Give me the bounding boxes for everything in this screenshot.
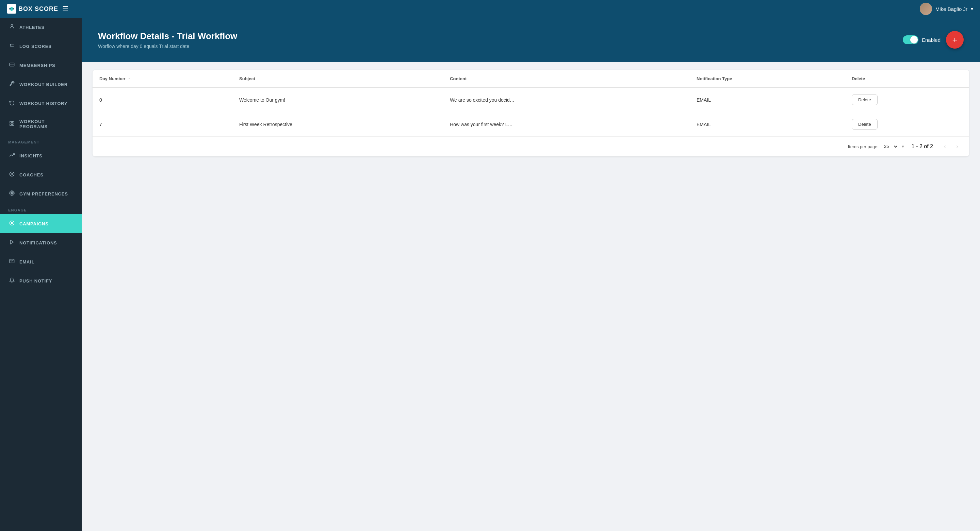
enabled-toggle[interactable]	[903, 35, 918, 44]
toggle-group: Enabled	[903, 35, 940, 44]
push-notify-icon	[9, 277, 14, 284]
page-info: 1 - 2 of 2	[912, 143, 933, 150]
sidebar-item-push-notify-label: PUSH NOTIFY	[19, 278, 52, 284]
sidebar-item-athletes[interactable]: ATHLETES	[0, 18, 82, 37]
col-subject-label: Subject	[239, 76, 255, 81]
workflow-table: Day Number ↑ Subject Content Notificatio…	[92, 70, 969, 136]
gym-preferences-icon	[9, 190, 14, 197]
svg-point-12	[11, 173, 13, 175]
toggle-label: Enabled	[922, 37, 940, 43]
sidebar-item-log-scores[interactable]: LOG SCORES	[0, 37, 82, 56]
svg-line-15	[13, 172, 14, 173]
row1-subject: Welcome to Our gym!	[232, 88, 443, 112]
svg-rect-10	[12, 124, 14, 125]
sidebar-item-memberships[interactable]: MEMBERSHIPS	[0, 56, 82, 75]
row2-delete-button[interactable]: Delete	[852, 119, 878, 130]
logo-text2: SCORE	[35, 5, 58, 13]
svg-line-14	[13, 175, 14, 176]
row2-delete-cell: Delete	[845, 112, 969, 137]
toggle-knob	[910, 36, 918, 43]
page-subtitle: Worflow where day 0 equals Trial start d…	[98, 43, 237, 49]
sidebar-item-coaches-label: COACHES	[19, 172, 43, 178]
svg-line-16	[10, 175, 11, 176]
logo-icon	[7, 4, 16, 14]
col-day-number-label: Day Number	[99, 76, 126, 81]
sidebar-item-workout-history[interactable]: WORKOUT HISTORY	[0, 94, 82, 113]
workout-programs-icon	[9, 121, 14, 127]
svg-rect-9	[10, 124, 11, 125]
col-day-number[interactable]: Day Number ↑	[92, 70, 232, 88]
sidebar-item-email[interactable]: EMAIL	[0, 252, 82, 271]
sidebar-item-notifications[interactable]: NOTIFICATIONS	[0, 233, 82, 252]
log-scores-icon	[9, 43, 14, 50]
sidebar-item-campaigns-label: CAMPAIGNS	[19, 221, 49, 227]
col-subject: Subject	[232, 70, 443, 88]
main-content: Workflow Details - Trial Workflow Worflo…	[82, 18, 980, 531]
avatar	[920, 3, 932, 15]
sidebar-item-notifications-label: NOTIFICATIONS	[19, 240, 57, 246]
page-header: Workflow Details - Trial Workflow Worflo…	[82, 18, 980, 62]
page-title: Workflow Details - Trial Workflow	[98, 31, 237, 41]
avatar-image	[920, 3, 932, 15]
row2-notification-type: EMAIL	[690, 112, 845, 137]
page-nav: ‹ ›	[940, 141, 962, 152]
svg-rect-5	[10, 63, 14, 66]
pagination-bar: Items per page: 25 50 100 ▼ 1 - 2 of 2 ‹…	[92, 136, 969, 156]
row1-delete-cell: Delete	[845, 88, 969, 112]
sidebar-item-coaches[interactable]: COACHES	[0, 165, 82, 184]
nav-right: Mike Baglio Jr ▾	[920, 3, 973, 15]
sidebar-item-workout-history-label: WORKOUT HISTORY	[19, 101, 67, 106]
app-body: ATHLETES LOG SCORES MEMBERSHIPS WORKOUT …	[0, 18, 980, 531]
svg-point-17	[11, 192, 13, 194]
page-header-actions: Enabled +	[903, 31, 964, 49]
per-page-select[interactable]: 25 50 100	[881, 143, 898, 150]
col-delete-label: Delete	[852, 76, 865, 81]
table-row: 7 First Week Retrospective How was your …	[92, 112, 969, 137]
sidebar-item-email-label: EMAIL	[19, 259, 34, 265]
next-page-button[interactable]: ›	[952, 141, 962, 152]
sidebar-item-campaigns[interactable]: CAMPAIGNS	[0, 214, 82, 233]
sidebar-item-insights[interactable]: INSIGHTS	[0, 146, 82, 165]
coaches-icon	[9, 171, 14, 178]
sidebar-item-log-scores-label: LOG SCORES	[19, 44, 52, 49]
athletes-icon	[9, 24, 14, 30]
sidebar-item-memberships-label: MEMBERSHIPS	[19, 63, 56, 68]
prev-page-button[interactable]: ‹	[940, 141, 950, 152]
add-button[interactable]: +	[946, 31, 964, 49]
sidebar-item-athletes-label: ATHLETES	[19, 25, 45, 30]
row1-content: We are so excited you decid…	[443, 88, 690, 112]
svg-marker-20	[10, 240, 13, 244]
sidebar-item-workout-programs-label: WORKOUT PROGRAMS	[19, 119, 73, 129]
workout-builder-icon	[9, 81, 14, 88]
management-section-label: MANAGEMENT	[0, 135, 82, 146]
row1-delete-button[interactable]: Delete	[852, 95, 878, 105]
svg-point-18	[10, 220, 14, 225]
notifications-icon	[9, 239, 14, 246]
sidebar-item-gym-preferences[interactable]: GYM PREFERENCES	[0, 184, 82, 203]
top-nav: BOX SCORE ☰ Mike Baglio Jr ▾	[0, 0, 980, 18]
row2-day-number: 7	[92, 112, 232, 137]
sidebar: ATHLETES LOG SCORES MEMBERSHIPS WORKOUT …	[0, 18, 82, 531]
sidebar-item-workout-builder[interactable]: WORKOUT BUILDER	[0, 75, 82, 94]
col-content: Content	[443, 70, 690, 88]
user-menu-chevron[interactable]: ▾	[971, 6, 973, 11]
email-icon	[9, 258, 14, 265]
svg-point-2	[11, 24, 13, 26]
row1-day-number: 0	[92, 88, 232, 112]
svg-point-19	[11, 222, 13, 223]
nav-left: BOX SCORE ☰	[7, 4, 68, 14]
table-row: 0 Welcome to Our gym! We are so excited …	[92, 88, 969, 112]
row1-notification-type: EMAIL	[690, 88, 845, 112]
engage-section-label: ENGAGE	[0, 203, 82, 214]
col-content-label: Content	[450, 76, 466, 81]
sidebar-item-gym-preferences-label: GYM PREFERENCES	[19, 192, 68, 197]
memberships-icon	[9, 62, 14, 69]
sidebar-item-workout-programs[interactable]: WORKOUT PROGRAMS	[0, 113, 82, 135]
user-name: Mike Baglio Jr	[935, 6, 967, 12]
sidebar-item-push-notify[interactable]: PUSH NOTIFY	[0, 271, 82, 290]
insights-icon	[9, 152, 14, 159]
row2-subject: First Week Retrospective	[232, 112, 443, 137]
hamburger-icon[interactable]: ☰	[62, 5, 68, 13]
logo: BOX SCORE	[7, 4, 58, 14]
svg-rect-1	[11, 7, 13, 11]
